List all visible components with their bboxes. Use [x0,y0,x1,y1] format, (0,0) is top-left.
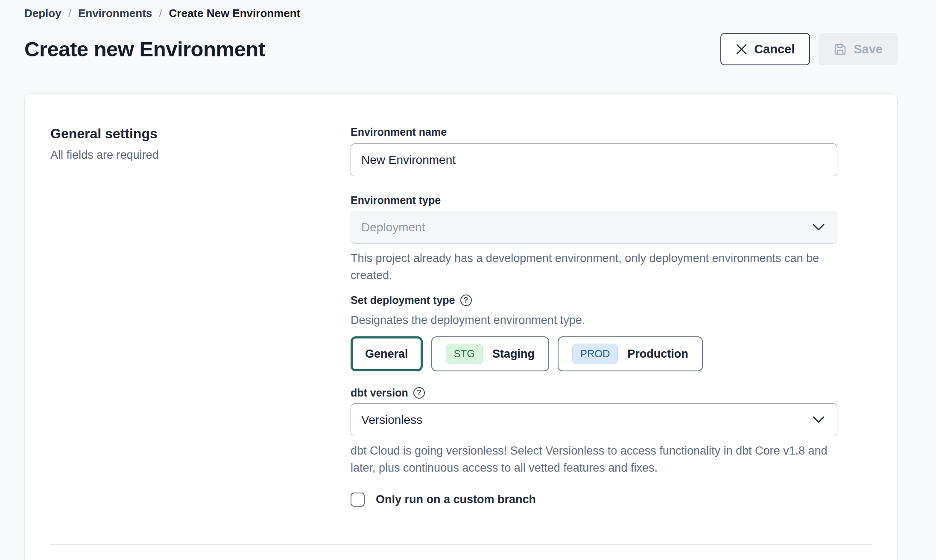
section-divider [50,544,872,545]
custom-branch-checkbox[interactable] [351,493,365,507]
environment-name-input[interactable] [351,143,837,176]
help-icon[interactable]: ? [413,387,425,399]
deployment-type-general-button[interactable]: General [351,336,423,371]
dbt-version-label: dbt version ? [351,387,837,399]
breadcrumb-separator: / [68,7,71,20]
deployment-type-options: General STG Staging PROD Production [351,336,837,371]
section-heading: General settings [50,126,351,142]
dbt-version-select[interactable]: Versionless [351,403,837,436]
environment-type-label: Environment type [351,194,837,207]
environment-type-value: Deployment [361,221,425,234]
chevron-down-icon [812,221,825,234]
save-button[interactable]: Save [819,33,898,65]
breadcrumb-environments[interactable]: Environments [78,7,152,20]
deployment-type-general-label: General [365,347,408,361]
environment-type-helper: This project already has a development e… [351,250,837,284]
deployment-type-production-label: Production [627,347,688,361]
chevron-down-icon [812,413,825,427]
page-header: Create new Environment Cancel [24,33,898,65]
settings-form-column: Environment name Environment type Deploy… [351,126,837,507]
cancel-button-label: Cancel [754,42,795,56]
header-actions: Cancel Save [720,33,898,65]
deployment-type-label: Set deployment type ? [351,294,837,306]
breadcrumb: Deploy / Environments / Create New Envir… [24,7,898,20]
page-title: Create new Environment [24,37,265,61]
deployment-type-helper: Designates the deployment environment ty… [351,312,837,329]
close-icon [736,44,747,55]
environment-type-select: Deployment [351,211,837,244]
production-badge: PROD [572,344,618,364]
create-environment-page: Deploy / Environments / Create New Envir… [0,0,936,560]
save-button-label: Save [854,42,883,56]
cancel-button[interactable]: Cancel [720,33,810,65]
help-icon[interactable]: ? [460,295,472,306]
section-subheading: All fields are required [50,149,351,162]
deployment-type-staging-label: Staging [492,347,535,361]
custom-branch-row: Only run on a custom branch [351,493,837,507]
environment-type-field: Environment type Deployment This project… [351,194,837,284]
environment-name-label: Environment name [351,126,837,138]
settings-description-column: General settings All fields are required [50,126,351,507]
deployment-type-staging-button[interactable]: STG Staging [431,336,549,371]
deployment-type-field: Set deployment type ? Designates the dep… [351,294,837,371]
breadcrumb-deploy[interactable]: Deploy [24,7,61,20]
dbt-version-field: dbt version ? Versionless dbt Cloud is g… [351,387,837,476]
floppy-disk-icon [834,43,847,56]
dbt-version-value: Versionless [361,413,422,427]
dbt-version-label-text: dbt version [351,387,408,399]
deployment-type-production-button[interactable]: PROD Production [558,336,703,371]
breadcrumb-separator: / [159,7,162,20]
staging-badge: STG [446,344,483,364]
general-settings-card: General settings All fields are required… [24,93,898,560]
custom-branch-label: Only run on a custom branch [376,493,536,506]
breadcrumb-current-page: Create New Environment [169,7,301,20]
dbt-version-helper: dbt Cloud is going versionless! Select V… [351,442,837,476]
deployment-type-label-text: Set deployment type [351,294,455,306]
environment-name-field: Environment name [351,126,837,176]
